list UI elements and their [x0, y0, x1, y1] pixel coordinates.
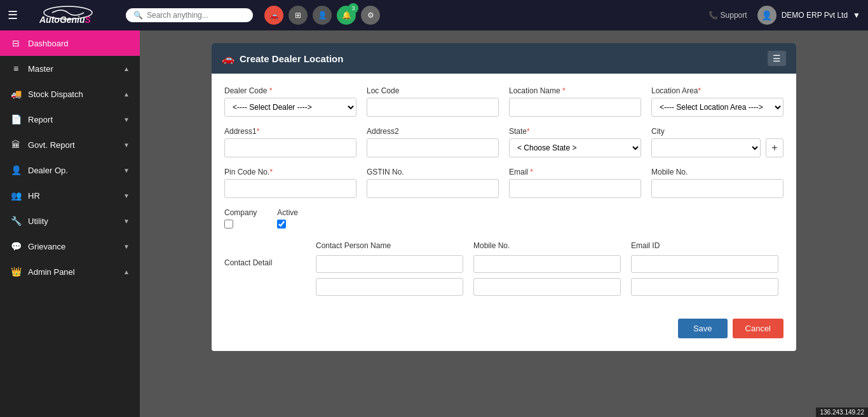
- contact-mobile-cell-2: [468, 275, 626, 298]
- gstin-input[interactable]: [367, 179, 499, 198]
- sidebar-item-govt-report[interactable]: 🏛 Govt. Report ▼: [0, 132, 140, 157]
- pincode-input[interactable]: [224, 179, 356, 198]
- contact-person-input-1[interactable]: [316, 255, 463, 273]
- sidebar-item-utility[interactable]: 🔧 Utility ▼: [0, 208, 140, 234]
- state-select[interactable]: < Choose State >: [509, 138, 641, 157]
- company-group: Company: [224, 208, 257, 228]
- contact-table-header: Contact Person Name Mobile No. Email ID: [311, 239, 783, 253]
- nav-apps-icon[interactable]: ⊞: [288, 6, 308, 25]
- address1-input[interactable]: [224, 138, 356, 157]
- dealer-icon: 👤: [10, 165, 22, 175]
- location-name-input[interactable]: [509, 98, 641, 117]
- form-title-icon: 🚗: [222, 53, 234, 65]
- active-group: Active: [277, 208, 298, 228]
- sidebar-item-report[interactable]: 📄 Report ▼: [0, 107, 140, 132]
- mobile-input[interactable]: [651, 179, 783, 198]
- sidebar-item-admin[interactable]: 👑 Admin Panel ▲: [0, 259, 140, 284]
- active-checkbox[interactable]: [277, 220, 286, 228]
- master-arrow-icon: ▲: [123, 65, 130, 72]
- main-layout: ⊟ Dashboard ≡ Master ▲ 🚚 Stock Dispatch …: [0, 30, 868, 417]
- nav-bell-icon[interactable]: 🔔 3: [337, 6, 356, 25]
- active-checkbox-wrapper: [277, 220, 298, 228]
- support-link[interactable]: 📞 Support: [709, 11, 747, 20]
- search-box: 🔍: [126, 8, 253, 22]
- company-label: Company: [224, 208, 257, 217]
- cancel-button[interactable]: Cancel: [733, 319, 783, 338]
- sidebar-label-admin: Admin Panel: [28, 267, 117, 277]
- user-area[interactable]: 👤 DEMO ERP Pvt Ltd ▼: [757, 6, 860, 25]
- contact-email-input-2[interactable]: [631, 278, 778, 296]
- search-input[interactable]: [147, 11, 242, 20]
- contact-person-input-2[interactable]: [316, 278, 463, 296]
- contact-detail-label: Contact Detail: [224, 258, 272, 267]
- stock-icon: 🚚: [10, 89, 22, 99]
- user-avatar: 👤: [757, 6, 776, 25]
- support-label: Support: [721, 11, 747, 20]
- loc-code-input[interactable]: [367, 98, 499, 117]
- gstin-group: GSTIN No.: [367, 168, 499, 198]
- sidebar-label-hr: HR: [28, 191, 117, 201]
- contact-table: Contact Person Name Mobile No. Email ID: [311, 239, 783, 298]
- form-row-4: Company Active: [224, 208, 783, 228]
- contact-mobile-input-2[interactable]: [473, 278, 621, 296]
- nav-gear-icon[interactable]: ⚙: [361, 6, 380, 25]
- dealer-code-select[interactable]: <---- Select Dealer ---->: [224, 98, 356, 117]
- contact-row-2: [311, 275, 783, 298]
- contact-person-cell-1: [311, 253, 468, 275]
- sidebar: ⊟ Dashboard ≡ Master ▲ 🚚 Stock Dispatch …: [0, 30, 140, 417]
- svg-text:AutoGeniuS: AutoGeniuS: [39, 15, 92, 25]
- contact-email-input-1[interactable]: [631, 255, 778, 273]
- address2-input[interactable]: [367, 138, 499, 157]
- user-dropdown-icon: ▼: [853, 11, 860, 20]
- sidebar-label-utility: Utility: [28, 216, 117, 226]
- city-add-button[interactable]: +: [766, 138, 783, 157]
- contact-email-cell-2: [626, 275, 783, 298]
- form-row-1: Dealer Code * <---- Select Dealer ----> …: [224, 86, 783, 117]
- contact-table-area: Contact Person Name Mobile No. Email ID: [311, 239, 783, 298]
- dashboard-icon: ⊟: [10, 38, 22, 48]
- sidebar-item-hr[interactable]: 👥 HR ▼: [0, 183, 140, 208]
- nav-car-icon[interactable]: 🚗: [264, 6, 283, 25]
- admin-icon: 👑: [10, 267, 22, 277]
- admin-arrow-icon: ▲: [123, 268, 130, 275]
- contact-label-area: Contact Detail: [224, 239, 301, 298]
- location-name-label: Location Name *: [509, 86, 641, 95]
- phone-icon: 📞: [709, 11, 718, 20]
- pincode-group: Pin Code No.*: [224, 168, 356, 198]
- sidebar-label-stock: Stock Dispatch: [28, 89, 117, 99]
- grievance-arrow-icon: ▼: [123, 243, 130, 250]
- address2-label: Address2: [367, 127, 499, 136]
- form-menu-button[interactable]: ☰: [768, 51, 786, 66]
- nav-user-icon[interactable]: 👤: [313, 6, 332, 25]
- sidebar-item-grievance[interactable]: 💬 Grievance ▼: [0, 234, 140, 259]
- sidebar-item-dealer-op[interactable]: 👤 Dealer Op. ▼: [0, 157, 140, 183]
- location-area-group: Location Area* <---- Select Location Are…: [651, 86, 783, 117]
- gstin-label: GSTIN No.: [367, 168, 499, 176]
- contact-mobile-cell-1: [468, 253, 626, 275]
- menu-toggle-icon[interactable]: ☰: [8, 8, 18, 22]
- loc-code-label: Loc Code: [367, 86, 499, 95]
- location-area-label: Location Area*: [651, 86, 783, 95]
- city-row: +: [651, 138, 783, 157]
- email-input[interactable]: [509, 179, 641, 198]
- state-group: State* < Choose State >: [509, 127, 641, 157]
- bell-badge: 3: [348, 3, 358, 13]
- topnav-right: 📞 Support 👤 DEMO ERP Pvt Ltd ▼: [709, 6, 860, 25]
- contact-person-cell-2: [311, 275, 468, 298]
- col-person-name: Contact Person Name: [311, 239, 468, 253]
- form-header: 🚗 Create Dealer Location ☰: [212, 43, 796, 74]
- top-navigation: ☰ AutoGeniuS 🔍 🚗 ⊞ 👤 🔔 3 ⚙ 📞 Support 👤 D…: [0, 0, 868, 30]
- sidebar-label-dealer: Dealer Op.: [28, 166, 117, 175]
- contact-mobile-input-1[interactable]: [473, 255, 621, 273]
- company-checkbox[interactable]: [224, 220, 233, 228]
- form-title: Create Dealer Location: [240, 53, 343, 64]
- grievance-icon: 💬: [10, 241, 22, 251]
- location-area-select[interactable]: <---- Select Location Area ---->: [651, 98, 783, 117]
- hr-arrow-icon: ▼: [123, 192, 130, 199]
- save-button[interactable]: Save: [678, 319, 728, 338]
- utility-arrow-icon: ▼: [123, 218, 130, 225]
- sidebar-item-stock-dispatch[interactable]: 🚚 Stock Dispatch ▲: [0, 81, 140, 107]
- sidebar-item-master[interactable]: ≡ Master ▲: [0, 56, 140, 81]
- sidebar-item-dashboard[interactable]: ⊟ Dashboard: [0, 30, 140, 56]
- city-select[interactable]: [651, 138, 761, 157]
